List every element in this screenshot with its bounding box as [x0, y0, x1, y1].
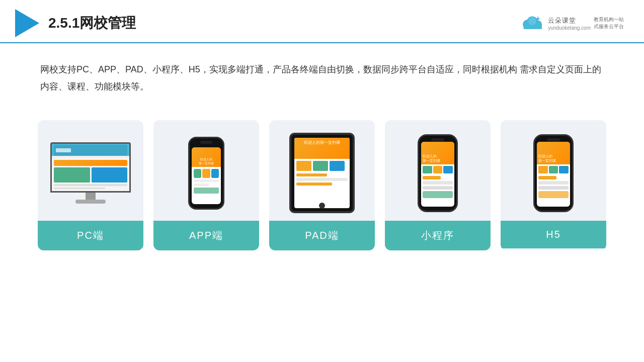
- card-miniprogram: 职进人的第一堂判课 小程序: [385, 120, 491, 250]
- card-pc-label: PC端: [38, 221, 143, 250]
- page-title: 2.5.1网校管理: [48, 14, 136, 33]
- pc-monitor-icon: [50, 142, 131, 204]
- brand-name: 云朵课堂: [548, 16, 591, 25]
- card-miniprogram-label: 小程序: [385, 221, 491, 250]
- phone-screen-app: 职进人的第一堂判课: [192, 147, 221, 204]
- card-miniprogram-image: 职进人的第一堂判课: [385, 120, 491, 221]
- cloud-icon: [520, 16, 545, 31]
- tablet-mock: 职进人的第一堂判课: [289, 133, 355, 213]
- card-h5-label: H5: [501, 221, 606, 248]
- card-h5-image: 职进人的第一堂判课: [501, 120, 606, 221]
- brand-tagline: 教育机构一站式服务云平台: [594, 16, 624, 30]
- header-left: 2.5.1网校管理: [15, 9, 136, 37]
- tablet-screen: 职进人的第一堂判课: [294, 138, 350, 208]
- card-pad-label: PAD端: [269, 221, 375, 250]
- card-h5: 职进人的第一堂判课 H5: [501, 120, 606, 250]
- card-app-image: 职进人的第一堂判课: [153, 120, 259, 221]
- logo-triangle-icon: [15, 9, 39, 37]
- brand-url: yunduoketang.com: [548, 25, 591, 31]
- mini-phone-screen-mini: 职进人的第一堂判课: [421, 142, 454, 207]
- mini-phone-h5: 职进人的第一堂判课: [533, 134, 574, 212]
- phone-mock-app: 职进人的第一堂判课: [188, 137, 224, 210]
- card-pad: 职进人的第一堂判课 PAD端: [269, 120, 375, 250]
- brand-logo: 云朵课堂 yunduoketang.com 教育机构一站式服务云平台: [520, 16, 624, 31]
- cards-section: PC端 职进人的第一堂判课: [0, 105, 644, 265]
- card-pad-image: 职进人的第一堂判课: [269, 120, 375, 221]
- mini-phone-screen-h5: 职进人的第一堂判课: [537, 142, 570, 207]
- card-pc-image: [38, 120, 143, 221]
- monitor-screen: [50, 142, 131, 193]
- card-app: 职进人的第一堂判课 APP端: [153, 120, 259, 250]
- card-pc: PC端: [38, 120, 143, 250]
- card-app-label: APP端: [153, 221, 259, 250]
- mini-phone-miniprogram: 职进人的第一堂判课: [418, 134, 458, 212]
- svg-point-4: [529, 17, 537, 25]
- brand-logo-icon: 云朵课堂 yunduoketang.com 教育机构一站式服务云平台: [520, 16, 624, 31]
- description-text: 网校支持PC、APP、PAD、小程序、H5，实现多端打通，产品各终端自由切换，数…: [0, 43, 644, 105]
- brand-text: 云朵课堂 yunduoketang.com: [548, 16, 591, 31]
- header: 2.5.1网校管理 云朵课堂 yunduoketang.com 教育机构一站式服…: [0, 0, 644, 43]
